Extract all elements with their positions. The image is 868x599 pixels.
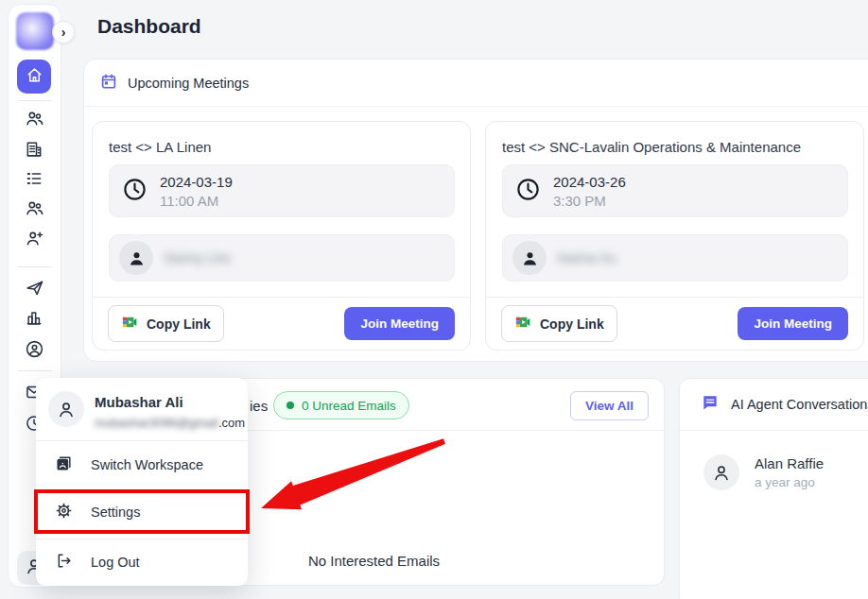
menu-item-settings[interactable]: Settings bbox=[36, 488, 248, 536]
user-email-blurred: mubashar309tt@gmail bbox=[95, 416, 218, 430]
logout-icon bbox=[55, 552, 73, 573]
bar-chart-icon bbox=[25, 308, 43, 331]
user-circle-icon bbox=[25, 339, 44, 363]
user-menu-avatar bbox=[48, 391, 84, 427]
menu-item-log-out[interactable]: Log Out bbox=[36, 539, 248, 586]
meeting-datetime: 2024-03-19 11:00 AM bbox=[109, 164, 455, 217]
calendar-icon bbox=[100, 73, 117, 94]
ai-agent-conversations-panel: AI Agent Conversations Alan Raffie a yea… bbox=[679, 378, 868, 599]
meeting-date: 2024-03-26 bbox=[553, 174, 626, 190]
building-icon bbox=[25, 140, 43, 163]
chevron-right-icon: › bbox=[61, 25, 66, 40]
sidebar-item-add-contact[interactable] bbox=[23, 229, 45, 251]
google-meet-icon bbox=[121, 314, 138, 334]
copy-link-button[interactable]: Copy Link bbox=[108, 305, 224, 342]
sidebar-collapse-button[interactable]: › bbox=[52, 21, 75, 43]
switch-workspace-icon bbox=[55, 454, 73, 476]
sidebar-item-analytics[interactable] bbox=[23, 308, 45, 331]
list-icon bbox=[25, 169, 43, 192]
view-all-button[interactable]: View All bbox=[570, 391, 649, 420]
conversation-item[interactable]: Alan Raffie a year ago bbox=[703, 454, 824, 490]
user-name: Mubashar Ali bbox=[95, 394, 183, 410]
sidebar-divider bbox=[18, 100, 52, 101]
join-meeting-button[interactable]: Join Meeting bbox=[738, 307, 848, 340]
sidebar-item-campaigns[interactable] bbox=[23, 278, 45, 300]
meeting-time: 3:30 PM bbox=[553, 193, 626, 209]
copy-link-label: Copy Link bbox=[147, 317, 211, 332]
conversation-avatar bbox=[703, 454, 739, 490]
clock-icon bbox=[515, 177, 541, 206]
user-email-suffix: .com bbox=[218, 416, 245, 430]
users-icon bbox=[25, 198, 44, 222]
attendee-name: Karina Xu bbox=[558, 250, 616, 265]
meeting-card: test <> LA Linen 2024-03-19 11:00 AM Dan… bbox=[92, 121, 471, 351]
join-meeting-button[interactable]: Join Meeting bbox=[344, 307, 455, 340]
meeting-attendee: Karina Xu bbox=[502, 234, 848, 282]
section-title: Upcoming Meetings bbox=[128, 76, 249, 91]
conversation-time: a year ago bbox=[755, 475, 824, 489]
chat-icon bbox=[701, 393, 720, 416]
meeting-date: 2024-03-19 bbox=[160, 174, 233, 190]
page-title: Dashboard bbox=[97, 15, 201, 38]
send-icon bbox=[25, 278, 44, 301]
ai-panel-header: AI Agent Conversations bbox=[680, 379, 868, 431]
unread-emails-badge: 0 Unread Emails bbox=[273, 391, 409, 419]
clock-icon bbox=[122, 177, 148, 206]
meeting-attendee: Danny Lins bbox=[109, 234, 455, 282]
user-menu-popup: Mubashar Ali mubashar309tt@gmail.com Swi… bbox=[36, 378, 248, 586]
sidebar-divider bbox=[18, 266, 52, 267]
sidebar-divider bbox=[18, 370, 52, 371]
sidebar-item-contacts[interactable] bbox=[23, 109, 45, 131]
gear-icon bbox=[55, 502, 73, 523]
sidebar-item-home[interactable] bbox=[17, 60, 51, 94]
meeting-title: test <> SNC-Lavalin Operations & Mainten… bbox=[502, 139, 801, 155]
users-icon bbox=[25, 109, 44, 132]
meeting-card-footer: Copy Link Join Meeting bbox=[486, 297, 863, 350]
conversation-name: Alan Raffie bbox=[755, 455, 824, 471]
status-dot-icon bbox=[286, 402, 294, 409]
emails-panel-title-fragment: ies bbox=[250, 398, 268, 414]
meeting-card-footer: Copy Link Join Meeting bbox=[93, 297, 470, 350]
attendee-avatar bbox=[512, 241, 547, 275]
meeting-title: test <> LA Linen bbox=[109, 139, 211, 155]
sidebar-item-account[interactable] bbox=[23, 339, 45, 362]
app-logo bbox=[16, 12, 54, 50]
home-icon bbox=[26, 66, 43, 88]
meeting-card: test <> SNC-Lavalin Operations & Mainten… bbox=[485, 121, 864, 351]
sidebar-item-lists[interactable] bbox=[23, 169, 45, 192]
sidebar-item-leads[interactable] bbox=[23, 198, 45, 221]
attendee-name: Danny Lins bbox=[165, 250, 231, 265]
person-add-icon bbox=[25, 229, 44, 252]
google-meet-icon bbox=[514, 314, 531, 334]
meeting-datetime: 2024-03-26 3:30 PM bbox=[502, 164, 848, 217]
copy-link-label: Copy Link bbox=[540, 317, 604, 332]
attendee-avatar bbox=[119, 241, 153, 275]
meeting-time: 11:00 AM bbox=[160, 193, 233, 209]
upcoming-meetings-section: Upcoming Meetings test <> LA Linen 2024-… bbox=[83, 59, 868, 362]
menu-item-switch-workspace[interactable]: Switch Workspace bbox=[36, 441, 248, 488]
ai-panel-title: AI Agent Conversations bbox=[731, 397, 868, 412]
upcoming-meetings-header: Upcoming Meetings bbox=[84, 60, 868, 107]
user-email: mubashar309tt@gmail.com bbox=[95, 416, 245, 430]
copy-link-button[interactable]: Copy Link bbox=[501, 305, 617, 342]
sidebar-item-companies[interactable] bbox=[23, 140, 45, 163]
